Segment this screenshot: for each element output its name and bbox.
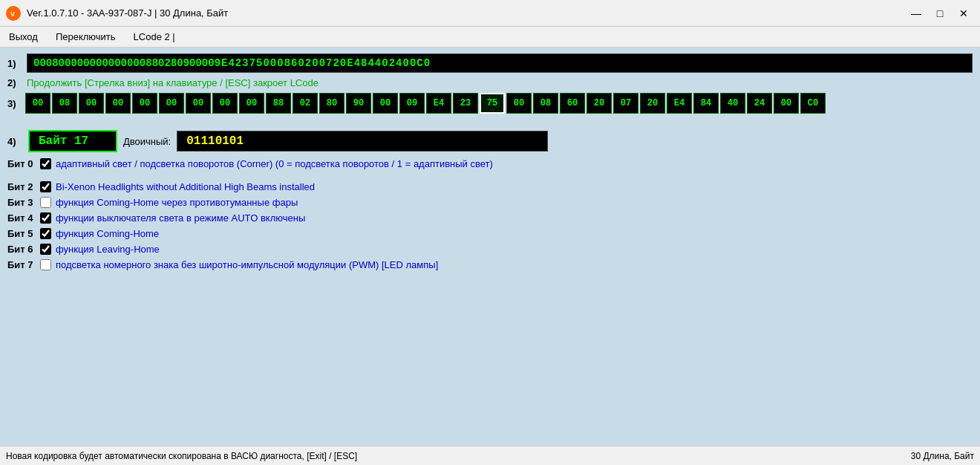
bit-description-6: функция Leaving-Home [56, 244, 160, 255]
byte-cell-1[interactable]: 08 [52, 93, 77, 114]
byte-cell-28[interactable]: 00 [774, 93, 799, 114]
row1: 1) 000800000000000000880280900009E423750… [7, 53, 973, 73]
byte-cell-29[interactable]: C0 [800, 93, 826, 114]
menubar: Выход Переключить LCode 2 | [0, 27, 980, 48]
titlebar: V Ver.1.0.7.10 - 3АА-937-087-J | 30 Длин… [0, 0, 980, 27]
close-button[interactable]: ✕ [953, 5, 974, 22]
menu-exit[interactable]: Выход [6, 30, 41, 44]
byte-cell-24[interactable]: E4 [667, 93, 692, 114]
bit-label-7: Бит 7 [7, 259, 36, 270]
bit-label-2: Бит 2 [7, 181, 36, 192]
statusbar: Новая кодировка будет автоматически скоп… [0, 446, 980, 465]
byte-cell-17[interactable]: 75 [480, 93, 505, 114]
byte-cell-2[interactable]: 00 [79, 93, 104, 114]
app-icon: V [6, 6, 21, 21]
main-content: 1) 000800000000000000880280900009E423750… [0, 48, 980, 446]
bit-row-3: Бит 3функция Coming-Home через противоту… [7, 197, 973, 208]
byte-cell-16[interactable]: 23 [453, 93, 478, 114]
byte-cell-22[interactable]: 07 [613, 93, 638, 114]
byte-cell-8[interactable]: 00 [239, 93, 264, 114]
row4-label: 4) [7, 136, 22, 147]
statusbar-left: Новая кодировка будет автоматически скоп… [6, 451, 357, 461]
svg-text:V: V [10, 10, 15, 18]
bit-checkbox-3[interactable] [40, 197, 51, 208]
byte-cell-11[interactable]: 80 [319, 93, 344, 114]
byte-cell-5[interactable]: 00 [159, 93, 184, 114]
menu-switch[interactable]: Переключить [53, 30, 119, 44]
byte-cell-6[interactable]: 00 [186, 93, 211, 114]
bit-checkbox-0[interactable] [40, 158, 51, 169]
bit-row-7: Бит 7подсветка номерного знака без широт… [7, 259, 973, 270]
bit-checkbox-5[interactable] [40, 228, 51, 239]
maximize-button[interactable]: □ [930, 5, 950, 22]
row2-instruction: Продолжить [Стрелка вниз] на клавиатуре … [27, 77, 318, 88]
bit-description-2: Bi-Xenon Headlights without Additional H… [56, 181, 315, 192]
byte-cell-23[interactable]: 20 [640, 93, 665, 114]
byte-cell-26[interactable]: 40 [720, 93, 745, 114]
binary-label: Двоичный: [123, 136, 171, 147]
minimize-button[interactable]: — [906, 5, 927, 22]
bit-row-0: Бит 0адаптивный свет / подсветка поворот… [7, 158, 973, 169]
bit-row-6: Бит 6функция Leaving-Home [7, 244, 973, 255]
byte-cell-15[interactable]: E4 [426, 93, 451, 114]
byte-cell-14[interactable]: 09 [399, 93, 425, 114]
statusbar-right: 30 Длина, Байт [911, 451, 974, 461]
byte-cell-3[interactable]: 00 [105, 93, 131, 114]
bit-row-2: Бит 2Bi-Xenon Headlights without Additio… [7, 181, 973, 192]
bit-description-3: функция Coming-Home через противотуманны… [56, 197, 298, 208]
menu-lcode[interactable]: LCode 2 | [131, 30, 178, 44]
row3-label: 3) [7, 98, 22, 109]
bit-row-4: Бит 4функции выключателя света в режиме … [7, 212, 973, 224]
bits-section: Бит 0адаптивный свет / подсветка поворот… [7, 158, 973, 270]
byte-cell-7[interactable]: 00 [212, 93, 238, 114]
bit-checkbox-6[interactable] [40, 244, 51, 255]
binary-value-display: 01110101 [177, 131, 548, 152]
bit-label-0: Бит 0 [7, 158, 36, 169]
bit-row-5: Бит 5функция Coming-Home [7, 228, 973, 239]
bit-checkbox-7[interactable] [40, 259, 51, 270]
byte-cell-0[interactable]: 00 [25, 93, 50, 114]
bit-checkbox-2[interactable] [40, 181, 51, 192]
bit-description-4: функции выключателя света в режиме AUTO … [56, 212, 305, 224]
bit-description-0: адаптивный свет / подсветка поворотов (C… [56, 158, 493, 169]
byte-cell-10[interactable]: 02 [293, 93, 318, 114]
bit-label-6: Бит 6 [7, 244, 36, 255]
hex-string-text: 000800000000000000880280900009E423750008… [33, 57, 431, 69]
bit-checkbox-4[interactable] [40, 212, 51, 224]
titlebar-title: Ver.1.0.7.10 - 3АА-937-087-J | 30 Длина,… [27, 7, 228, 19]
bit-description-5: функция Coming-Home [56, 228, 159, 239]
hex-string-display: 000800000000000000880280900009E423750008… [27, 53, 973, 73]
row1-label: 1) [7, 58, 22, 69]
row3: 3) 000800000000000000880280900009E423750… [7, 93, 973, 114]
byte-cell-18[interactable]: 00 [506, 93, 532, 114]
titlebar-left: V Ver.1.0.7.10 - 3АА-937-087-J | 30 Длин… [6, 6, 228, 21]
byte-name-display: Байт 17 [28, 130, 117, 152]
byte-cell-21[interactable]: 20 [587, 93, 612, 114]
bit-label-3: Бит 3 [7, 197, 36, 208]
bit-label-4: Бит 4 [7, 212, 36, 224]
row4: 4) Байт 17 Двоичный: 01110101 [7, 130, 973, 152]
bit-description-7: подсветка номерного знака без широтно-им… [56, 259, 438, 270]
byte-cell-13[interactable]: 00 [373, 93, 398, 114]
titlebar-controls: — □ ✕ [906, 5, 974, 22]
byte-cell-25[interactable]: 84 [693, 93, 719, 114]
row2: 2) Продолжить [Стрелка вниз] на клавиату… [7, 77, 973, 88]
byte-cell-19[interactable]: 08 [533, 93, 558, 114]
row2-label: 2) [7, 77, 22, 88]
byte-cell-9[interactable]: 88 [266, 93, 291, 114]
byte-cell-12[interactable]: 90 [346, 93, 371, 114]
byte-cell-20[interactable]: 60 [560, 93, 585, 114]
byte-grid: 000800000000000000880280900009E423750008… [25, 93, 826, 114]
byte-cell-27[interactable]: 24 [747, 93, 772, 114]
bit-label-5: Бит 5 [7, 228, 36, 239]
byte-cell-4[interactable]: 00 [132, 93, 157, 114]
